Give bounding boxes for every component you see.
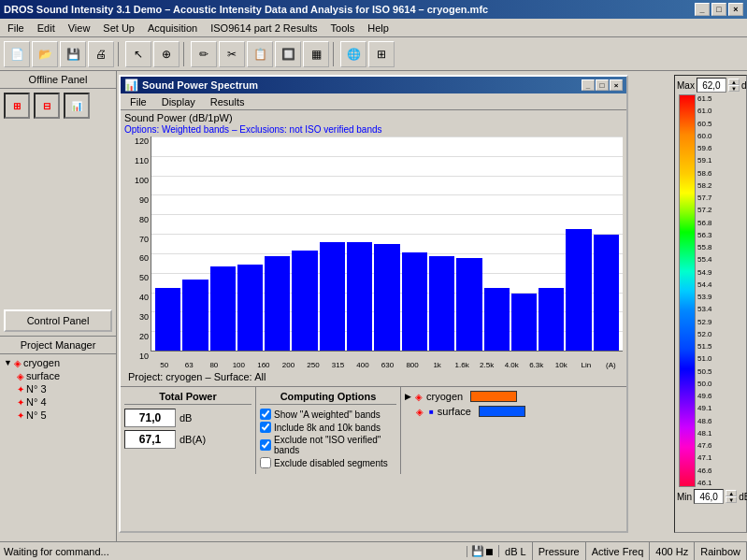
bar-0	[155, 288, 180, 351]
panel-icon-2[interactable]: ⊟	[34, 93, 60, 119]
menu-edit[interactable]: Edit	[32, 21, 61, 36]
menu-view[interactable]: View	[63, 21, 96, 36]
tree-icon-surface: ◈	[17, 371, 24, 381]
bar-1	[182, 280, 208, 351]
win-menu-file[interactable]: File	[122, 94, 154, 109]
tool6-button[interactable]: 🔲	[275, 41, 301, 67]
bar-11	[456, 258, 481, 351]
toolbar-sep-2	[183, 42, 187, 66]
sound-power-window: 📊 Sound Power Spectrum _ □ × File Displa…	[119, 75, 628, 533]
colormap-gradient	[679, 94, 696, 487]
power-unit-1: dB	[180, 412, 192, 424]
control-panel-button[interactable]: Control Panel	[4, 309, 112, 332]
computing-options-section: Computing Options Show "A weighted" band…	[256, 387, 401, 474]
window-close[interactable]: ×	[610, 79, 623, 91]
legend-label-cryogen: cryogen	[426, 391, 463, 402]
colormap-min-label: Min	[677, 492, 692, 502]
win-menu-results[interactable]: Results	[203, 94, 252, 109]
chart-container: 120 110 100 90 80 70 60 50 40 30 20 10	[124, 136, 623, 361]
win-menu-display[interactable]: Display	[154, 94, 203, 109]
open-button[interactable]: 📂	[32, 41, 58, 67]
tool2-button[interactable]: ⊕	[153, 41, 180, 67]
power-row-2: 67,1 dB(A)	[124, 430, 251, 449]
tree-item-surface[interactable]: ◈ surface	[2, 369, 114, 382]
spin-up-max[interactable]: ▲	[728, 79, 740, 85]
menu-file[interactable]: File	[2, 21, 30, 36]
tree-item-n5[interactable]: ✦ N° 5	[2, 409, 114, 422]
project-manager-header: Project Manager	[0, 336, 116, 354]
spin-down-max[interactable]: ▼	[728, 85, 740, 92]
window-menu: File Display Results	[121, 93, 626, 110]
tree-item-cryogen[interactable]: ▼ ◈ cryogen	[2, 356, 114, 369]
colormap-max-row: Max ▲ ▼ dB	[675, 76, 746, 94]
colormap-min-input[interactable]	[694, 489, 724, 504]
window-minimize[interactable]: _	[582, 79, 595, 91]
grid-button[interactable]: ⊞	[368, 41, 395, 67]
print-button[interactable]: 🖨	[88, 41, 114, 67]
status-400hz: 400 Hz	[650, 542, 695, 560]
bar-2	[210, 266, 236, 351]
bar-16	[594, 235, 619, 351]
colormap-panel: Max ▲ ▼ dB 61.5 61.0 60.5 60.0 59.6 59.1	[674, 75, 747, 533]
menu-tools[interactable]: Tools	[325, 21, 361, 36]
option-checkbox-2[interactable]	[260, 422, 271, 433]
option-checkbox-3[interactable]	[260, 439, 271, 451]
bar-4	[265, 256, 290, 351]
close-button[interactable]: ×	[728, 3, 743, 16]
menu-help[interactable]: Help	[362, 21, 395, 36]
power-unit-2: dB(A)	[180, 434, 206, 445]
spin-down-min[interactable]: ▼	[725, 496, 737, 503]
cursor-button[interactable]: ↖	[125, 41, 151, 67]
computing-options-title: Computing Options	[260, 391, 396, 405]
render-button[interactable]: 🌐	[340, 41, 366, 67]
toolbar: 📄 📂 💾 🖨 ↖ ⊕ ✏ ✂ 📋 🔲 ▦ 🌐 ⊞	[0, 37, 747, 71]
tool4-button[interactable]: ✂	[219, 41, 245, 67]
colormap-max-spin[interactable]: ▲ ▼	[728, 79, 740, 92]
tool7-button[interactable]: ▦	[303, 41, 329, 67]
legend-color-cryogen	[470, 391, 517, 402]
new-button[interactable]: 📄	[4, 41, 30, 67]
bar-10	[429, 256, 454, 351]
panel-icon-3[interactable]: 📊	[64, 93, 90, 119]
legend-color-surface	[479, 406, 525, 417]
menu-setup[interactable]: Set Up	[97, 21, 140, 36]
colormap-min-spin[interactable]: ▲ ▼	[725, 490, 737, 503]
status-rainbow: Rainbow	[695, 542, 747, 560]
option-row-2: Include 8k and 10k bands	[260, 422, 396, 433]
colormap-max-input[interactable]	[697, 78, 726, 93]
option-checkbox-1[interactable]	[260, 409, 271, 420]
bar-3	[237, 265, 263, 351]
colormap-db-label2: dB	[739, 492, 747, 502]
legend-item-surface: ◈ ■ surface	[405, 406, 623, 417]
panel-icon-1[interactable]: ⊞	[4, 93, 30, 119]
maximize-button[interactable]: □	[711, 3, 726, 16]
bar-13	[511, 294, 537, 351]
legend-expand-cryogen[interactable]: ▶	[405, 392, 411, 401]
tool3-button[interactable]: ✏	[191, 41, 217, 67]
tree-item-n4[interactable]: ✦ N° 4	[2, 395, 114, 409]
menu-acquisition[interactable]: Acquisition	[142, 21, 203, 36]
option-checkbox-4[interactable]	[260, 457, 271, 468]
status-bar: Waiting for command... 💾 ⏹ dB L Pressure…	[0, 541, 747, 560]
project-tree[interactable]: ▼ ◈ cryogen ◈ surface ✦ N° 3 ✦ N° 4 ✦ N°…	[0, 354, 116, 541]
legend-panel: ▶ ◈ cryogen ◈ ■ surface	[401, 387, 626, 474]
bar-15	[566, 229, 591, 351]
spin-up-min[interactable]: ▲	[725, 490, 737, 496]
chart-inner	[151, 136, 623, 352]
status-pressure: Pressure	[533, 542, 586, 560]
legend-icon-cryogen: ◈	[415, 392, 423, 402]
title-bar: DROS Sound Intensity 3.1 Demo – Acoustic…	[0, 0, 747, 19]
bottom-panel: Total Power 71,0 dB 67,1 dB(A) Computing…	[121, 386, 626, 474]
tool5-button[interactable]: 📋	[247, 41, 273, 67]
total-power-title: Total Power	[124, 391, 251, 405]
legend-label-surface: surface	[438, 406, 471, 417]
tree-item-n3[interactable]: ✦ N° 3	[2, 382, 114, 395]
menu-iso9614[interactable]: ISO9614 part 2 Results	[205, 21, 323, 36]
bar-14	[539, 288, 564, 351]
window-maximize[interactable]: □	[596, 79, 609, 91]
save-button[interactable]: 💾	[60, 41, 86, 67]
tree-icon-cryogen: ◈	[14, 358, 22, 368]
x-axis: 50 63 80 100 160 200 250 315 400 630 800…	[124, 361, 623, 369]
colormap-labels: 61.5 61.0 60.5 60.0 59.6 59.1 58.6 58.2 …	[696, 94, 712, 487]
minimize-button[interactable]: _	[695, 3, 710, 16]
